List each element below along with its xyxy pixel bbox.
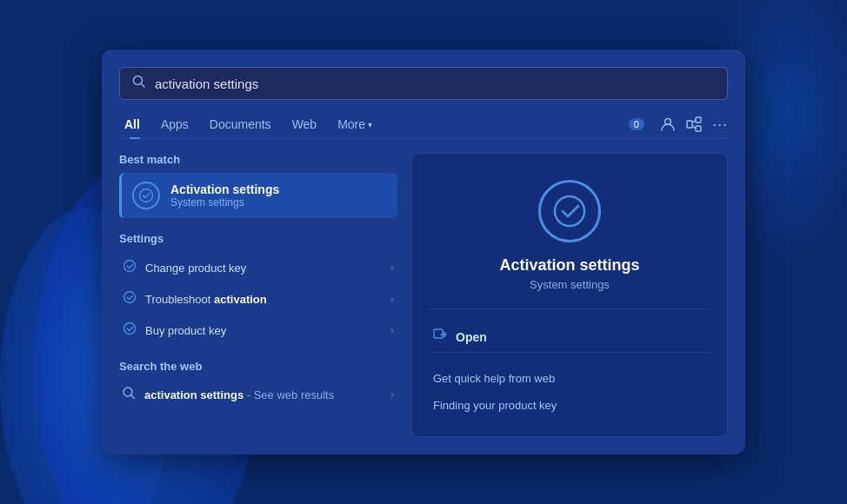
- tabs-bar: All Apps Documents Web More ▾ 0: [119, 114, 728, 139]
- chevron-right-icon-3: ›: [390, 324, 394, 336]
- web-search-icon: [123, 387, 136, 402]
- svg-line-13: [131, 395, 135, 399]
- more-options-icon[interactable]: ···: [712, 116, 728, 134]
- content-area: Best match Activation settings System se…: [119, 153, 728, 437]
- search-icon: [132, 75, 146, 92]
- chevron-down-icon: ▾: [368, 120, 372, 129]
- settings-item-buy-key[interactable]: Buy product key ›: [119, 315, 397, 346]
- best-match-app-icon: [132, 182, 160, 209]
- tab-web[interactable]: Web: [282, 114, 328, 135]
- web-section-label: Search the web: [119, 360, 397, 373]
- best-match-title: Activation settings: [170, 182, 279, 196]
- app-big-icon: [538, 180, 601, 242]
- svg-point-14: [555, 196, 584, 226]
- divider: [430, 308, 710, 309]
- svg-point-11: [124, 323, 136, 335]
- best-match-item[interactable]: Activation settings System settings: [119, 173, 397, 218]
- quick-link-2[interactable]: Finding your product key: [430, 392, 710, 419]
- web-item-text: activation settings - See web results: [144, 388, 390, 401]
- open-label: Open: [456, 330, 487, 344]
- search-input[interactable]: activation settings: [155, 76, 715, 91]
- circle-check-icon-3: [123, 322, 137, 339]
- settings-item-3-text: Buy product key: [145, 324, 390, 337]
- left-panel: Best match Activation settings System se…: [119, 153, 397, 437]
- svg-rect-15: [434, 329, 443, 338]
- svg-point-10: [124, 292, 136, 303]
- svg-rect-4: [696, 117, 701, 123]
- settings-item-change-product-key[interactable]: Change product key ›: [119, 252, 397, 283]
- open-icon: [433, 328, 447, 345]
- tab-documents[interactable]: Documents: [199, 114, 282, 135]
- settings-item-1-text: Change product key: [145, 262, 390, 275]
- web-search-item[interactable]: activation settings - See web results ›: [119, 380, 397, 409]
- share-icon[interactable]: [686, 116, 702, 132]
- svg-rect-3: [687, 121, 692, 128]
- tab-all[interactable]: All: [119, 114, 150, 135]
- settings-section: Settings Change product key ›: [119, 232, 397, 346]
- svg-line-1: [142, 84, 145, 88]
- user-icon[interactable]: [660, 116, 676, 132]
- tab-more[interactable]: More ▾: [327, 114, 383, 135]
- web-section: Search the web activation settings - See…: [119, 360, 397, 409]
- settings-item-troubleshoot[interactable]: Troubleshoot activation ›: [119, 283, 397, 315]
- svg-point-9: [124, 261, 136, 272]
- right-panel-title: Activation settings: [499, 256, 639, 275]
- chevron-right-icon-1: ›: [390, 262, 394, 274]
- tab-apps[interactable]: Apps: [150, 114, 199, 135]
- best-match-text: Activation settings System settings: [170, 182, 279, 209]
- svg-point-8: [140, 189, 153, 202]
- open-action[interactable]: Open: [430, 322, 710, 352]
- right-panel-subtitle: System settings: [530, 278, 610, 291]
- settings-item-2-text: Troubleshoot activation: [145, 293, 390, 306]
- quick-link-1[interactable]: Get quick help from web: [430, 365, 710, 392]
- circle-check-icon-2: [123, 290, 137, 308]
- badge-count: 0: [629, 118, 644, 130]
- settings-section-label: Settings: [119, 232, 397, 245]
- svg-rect-5: [696, 126, 701, 131]
- chevron-right-web: ›: [390, 388, 394, 401]
- chevron-right-icon-2: ›: [390, 293, 394, 305]
- circle-check-icon-1: [123, 259, 137, 276]
- best-match-subtitle: System settings: [170, 196, 279, 209]
- right-panel: Activation settings System settings Open…: [411, 153, 728, 437]
- divider-2: [430, 352, 710, 353]
- best-match-label: Best match: [119, 153, 397, 166]
- tabs-right: 0 ···: [629, 116, 728, 134]
- search-bar[interactable]: activation settings: [119, 67, 728, 100]
- search-panel: activation settings All Apps Documents W…: [102, 50, 745, 454]
